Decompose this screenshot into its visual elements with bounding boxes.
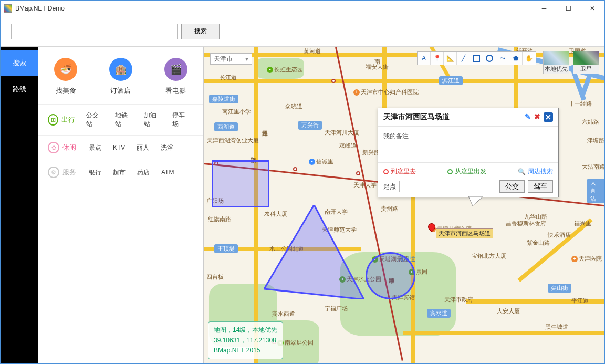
window-title: BMap.NET Demo	[15, 5, 532, 12]
travel-icon: ⊞	[48, 114, 58, 126]
service-icon: ⚙	[48, 167, 59, 178]
tool-polygon[interactable]: ⬟	[509, 52, 523, 65]
info-close-button[interactable]: ✕	[544, 112, 553, 122]
tool-marker[interactable]: 📍	[431, 52, 444, 65]
link-from-here[interactable]: 从这里出发	[447, 167, 486, 176]
quick-hotel[interactable]: 🏨 订酒店	[109, 58, 132, 96]
titlebar: BMap.NET Demo ─ ☐ ✕	[1, 1, 604, 16]
link-pharmacy[interactable]: 药店	[133, 168, 154, 177]
search-icon: 🔍	[518, 168, 526, 175]
cat-travel: ⊞ 出行 公交站 地铁站 加油站 停车场	[38, 104, 203, 135]
tool-hand[interactable]: ✋	[523, 52, 536, 65]
link-metro[interactable]: 地铁站	[111, 111, 137, 129]
info-arrow-icon	[468, 196, 483, 206]
svg-rect-1	[473, 55, 479, 61]
info-window: 天津市河西区马场道 ✎ ✖ ✕ 我的备注 到这里去 从这里出发 🔍周边搜索	[378, 108, 559, 197]
marker-label: 天津市河西区马场道	[436, 228, 493, 238]
svg-point-2	[486, 55, 493, 61]
link-market[interactable]: 超市	[109, 168, 130, 177]
svg-marker-3	[468, 196, 483, 206]
ring-icon	[447, 169, 453, 174]
layer-thumb-icon	[544, 51, 569, 65]
search-button[interactable]: 搜索	[181, 24, 220, 39]
hotel-icon: 🏨	[109, 58, 132, 81]
link-sight[interactable]: 景点	[85, 143, 106, 152]
tool-text[interactable]: A	[418, 52, 431, 65]
search-bar: 搜索	[1, 16, 604, 47]
tool-circle[interactable]	[483, 52, 496, 65]
layer-local[interactable]: 本地优先	[543, 51, 569, 74]
side-tab-search[interactable]: 搜索	[1, 50, 38, 76]
link-bus[interactable]: 公交站	[82, 111, 108, 129]
tool-line[interactable]: ╱	[457, 52, 470, 65]
map-canvas[interactable]: 黄河道 长江道 红旗路 福安大街 三潭路 水上公园北道 雅塔道 红旗南路 新开路…	[204, 47, 604, 363]
status-zoom: 地图，14级，本地优先	[214, 325, 277, 335]
link-ktv[interactable]: KTV	[109, 144, 129, 151]
leisure-icon: ✿	[48, 142, 59, 153]
link-to-here[interactable]: 到这里去	[383, 167, 416, 176]
movie-icon: 🎬	[164, 58, 187, 81]
app-icon	[4, 4, 12, 13]
badge: 嘉陵道街	[209, 95, 238, 103]
origin-input[interactable]	[399, 181, 496, 192]
cat-service: ⚙ 服务 银行 超市 药店 ATM	[38, 160, 203, 184]
link-atm[interactable]: ATM	[157, 169, 178, 176]
badge: 滨江道	[439, 76, 463, 85]
side-panel: 🍜 找美食 🏨 订酒店 🎬 看电影 ⊞ 出行 公交站 地铁站 加油站 停车场	[38, 47, 204, 363]
drive-button[interactable]: 驾车	[528, 180, 553, 193]
link-gas[interactable]: 加油站	[140, 111, 165, 129]
badge: 宾水道	[427, 309, 451, 318]
minimize-button[interactable]: ─	[532, 1, 556, 16]
quick-movie[interactable]: 🎬 看电影	[164, 58, 187, 96]
search-input[interactable]	[11, 24, 178, 39]
ring-icon	[383, 169, 389, 174]
city-select[interactable]: 天津市	[210, 53, 252, 65]
side-tab-route[interactable]: 路线	[1, 76, 38, 102]
drawn-triangle[interactable]	[264, 205, 364, 299]
tool-polyline[interactable]: ⤳	[496, 52, 509, 65]
badge: 西湖道	[214, 122, 238, 131]
info-remark: 我的备注	[378, 127, 558, 162]
bus-button[interactable]: 公交	[499, 180, 525, 193]
cat-leisure: ✿ 休闲 景点 KTV 丽人 洗浴	[38, 135, 203, 160]
origin-label: 起点	[383, 182, 396, 191]
drawn-circle[interactable]	[366, 252, 415, 299]
info-title: 天津市河西区马场道	[383, 112, 450, 122]
tool-ruler[interactable]: 📐	[444, 52, 457, 65]
layer-satellite[interactable]: 卫星	[573, 51, 599, 74]
link-bank[interactable]: 银行	[85, 168, 106, 177]
quick-food[interactable]: 🍜 找美食	[54, 58, 77, 96]
badge: 王顶堤	[214, 244, 238, 253]
map-marker[interactable]	[428, 223, 435, 235]
link-beauty[interactable]: 丽人	[132, 143, 153, 152]
svg-marker-0	[264, 205, 364, 299]
delete-icon[interactable]: ✖	[534, 112, 540, 122]
app-window: BMap.NET Demo ─ ☐ ✕ 搜索 搜索 路线 🍜 找美食 🏨 订酒店	[0, 0, 605, 364]
drawn-rect[interactable]	[212, 160, 269, 207]
link-nearby[interactable]: 🔍周边搜索	[518, 167, 553, 176]
layer-thumb-icon	[573, 51, 599, 65]
status-coords: 39.10631，117.21308	[214, 336, 277, 346]
badge: 尖山街	[548, 284, 571, 293]
side-tabs: 搜索 路线	[1, 47, 38, 363]
maximize-button[interactable]: ☐	[556, 1, 580, 16]
close-button[interactable]: ✕	[580, 1, 604, 16]
tool-rect[interactable]	[470, 52, 483, 65]
link-bath[interactable]: 洗浴	[157, 143, 178, 152]
food-icon: 🍜	[54, 58, 77, 81]
status-copyright: BMap.NET 2015	[214, 346, 277, 356]
badge: 万兴街	[298, 121, 322, 130]
edit-icon[interactable]: ✎	[525, 112, 531, 122]
badge: 大直沽	[587, 179, 604, 203]
map-toolbar: A 📍 📐 ╱ ⤳ ⬟ ✋	[417, 51, 536, 65]
link-park[interactable]: 停车场	[168, 111, 194, 129]
status-box: 地图，14级，本地优先 39.10631，117.21308 BMap.NET …	[208, 321, 283, 359]
